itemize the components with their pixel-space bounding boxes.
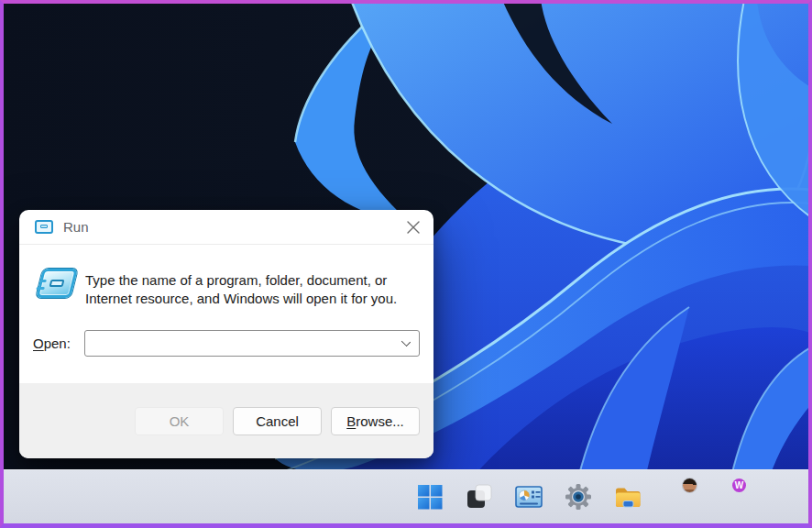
desktop: Run Type the name of a program, folder, …	[0, 0, 812, 528]
taskbar-icons: W	[415, 482, 791, 512]
dialog-description: Type the name of a program, folder, docu…	[85, 271, 397, 308]
system-configuration-icon[interactable]	[514, 482, 543, 512]
run-dialog-titlebar[interactable]: Run	[19, 210, 433, 245]
task-view-icon[interactable]	[465, 482, 494, 512]
dialog-title: Run	[63, 219, 89, 235]
browse-button[interactable]: Browse...	[331, 407, 420, 435]
run-dialog: Run Type the name of a program, folder, …	[19, 210, 433, 458]
file-explorer-icon[interactable]	[613, 482, 642, 512]
dialog-footer: OK Cancel Browse...	[19, 383, 433, 458]
start-icon[interactable]	[415, 482, 444, 512]
chrome-profile-w-icon[interactable]: W	[712, 482, 741, 512]
ok-button[interactable]: OK	[135, 407, 224, 435]
profile-w-badge: W	[732, 478, 746, 492]
open-combobox	[84, 330, 420, 357]
run-icon-large	[34, 269, 76, 302]
cancel-button[interactable]: Cancel	[233, 407, 322, 435]
description-line-2: Internet resource, and Windows will open…	[85, 290, 397, 308]
chrome-icon[interactable]	[762, 482, 791, 512]
run-icon	[35, 220, 53, 234]
close-icon[interactable]	[397, 213, 430, 242]
description-line-1: Type the name of a program, folder, docu…	[85, 271, 397, 290]
settings-gear-icon[interactable]	[564, 482, 593, 512]
close-icon-glyph	[407, 221, 420, 234]
taskbar: W	[0, 469, 812, 528]
chrome-profile-avatar-icon[interactable]	[663, 482, 692, 512]
open-label: Open:	[33, 336, 71, 351]
open-input[interactable]	[84, 330, 420, 357]
profile-avatar-badge	[683, 478, 697, 492]
